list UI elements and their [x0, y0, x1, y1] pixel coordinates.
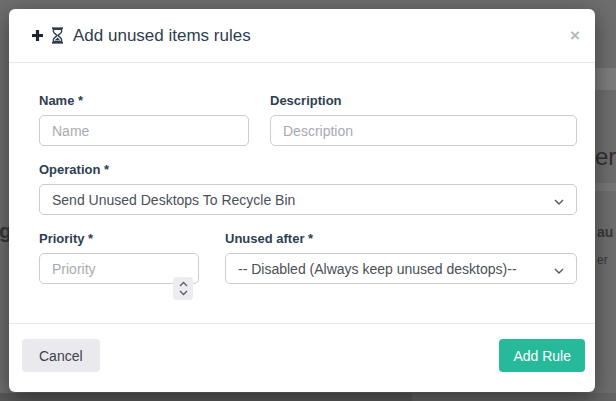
chevron-down-icon: [179, 290, 188, 296]
plus-icon: [31, 29, 44, 42]
priority-label: Priority *: [39, 231, 199, 246]
priority-field-group: Priority *: [39, 231, 199, 284]
priority-unused-row: Priority * Unused after * -- Disabled (A…: [39, 231, 577, 284]
chevron-up-icon: [179, 281, 188, 287]
operation-select[interactable]: Send Unused Desktops To Recycle Bin: [39, 184, 577, 215]
description-field-group: Description: [270, 93, 577, 146]
backdrop-text-fragment: er: [597, 253, 608, 267]
add-rule-button[interactable]: Add Rule: [499, 339, 585, 372]
description-label: Description: [270, 93, 577, 108]
backdrop-text-fragment: au: [597, 224, 613, 240]
unused-after-label: Unused after *: [225, 231, 577, 246]
screen: g er au er Add unused items rules ×: [0, 0, 616, 401]
backdrop-strip: [412, 393, 616, 401]
description-input[interactable]: [270, 115, 577, 146]
name-field-group: Name *: [39, 93, 249, 146]
operation-field-group: Operation * Send Unused Desktops To Recy…: [39, 162, 577, 215]
dialog-footer: Cancel Add Rule: [9, 323, 595, 392]
backdrop-text-fragment: er: [595, 143, 616, 171]
dialog-title: Add unused items rules: [73, 26, 251, 46]
number-stepper[interactable]: [173, 277, 193, 300]
name-label: Name *: [39, 93, 249, 108]
add-unused-items-rules-dialog: Add unused items rules × Name * Descript…: [9, 9, 595, 392]
operation-label: Operation *: [39, 162, 577, 177]
backdrop-band: [594, 68, 616, 90]
name-description-row: Name * Description: [39, 93, 577, 146]
unused-after-selected-value: -- Disabled (Always keep unused desktops…: [238, 261, 517, 277]
chevron-down-icon: [554, 192, 564, 208]
operation-selected-value: Send Unused Desktops To Recycle Bin: [52, 192, 295, 208]
dialog-body: Name * Description Operation * Send Unus…: [9, 63, 595, 284]
unused-after-field-group: Unused after * -- Disabled (Always keep …: [225, 231, 577, 284]
close-icon[interactable]: ×: [570, 27, 580, 44]
name-input[interactable]: [39, 115, 249, 146]
chevron-down-icon: [554, 261, 564, 277]
hourglass-icon: [50, 27, 65, 44]
unused-after-select[interactable]: -- Disabled (Always keep unused desktops…: [225, 253, 577, 284]
backdrop-band: [594, 183, 616, 191]
dialog-header: Add unused items rules ×: [9, 9, 595, 63]
cancel-button[interactable]: Cancel: [22, 339, 100, 372]
operation-row: Operation * Send Unused Desktops To Recy…: [39, 162, 577, 215]
